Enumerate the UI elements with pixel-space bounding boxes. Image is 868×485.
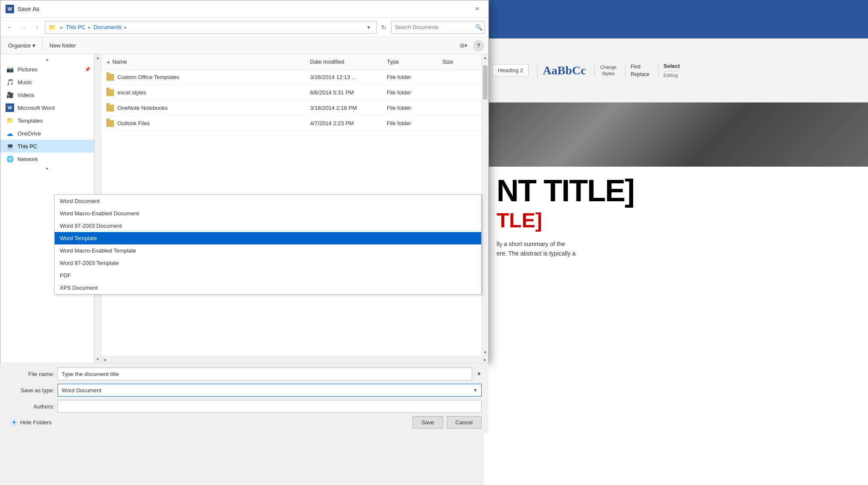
option-word-document[interactable]: Word Document [55, 195, 481, 207]
option-word-97-2003[interactable]: Word 97-2003 Document [55, 220, 481, 232]
word-icon: W [6, 5, 14, 13]
file-list-scrollbar[interactable]: ▲ ▼ [482, 54, 488, 356]
find-label[interactable]: Find [631, 64, 649, 70]
col-header-type[interactable]: Type [387, 59, 442, 65]
horiz-scroll-left[interactable]: ◄ [101, 356, 108, 363]
sidebar-item-network[interactable]: 🌐 Network [0, 153, 94, 165]
back-button[interactable]: ← [4, 21, 16, 33]
breadcrumb-sep3: ► [123, 25, 128, 30]
dialog-title: Save As [18, 6, 468, 12]
breadcrumb-thispc[interactable]: This PC [66, 24, 85, 30]
word-image-area [484, 103, 868, 167]
action-buttons: Save Cancel [412, 416, 482, 429]
authors-label: Authors: [7, 403, 54, 410]
horizontal-scrollbar[interactable]: ◄ ► [101, 356, 488, 363]
templates-icon: 📁 [6, 116, 14, 125]
toolbar-sep [42, 41, 43, 50]
file-row-2[interactable]: excel styles 6/6/2014 5:31 PM File folde… [101, 85, 482, 100]
file-name-3: OneNote Notebooks [117, 105, 168, 111]
sidebar-scroll-down-arrow[interactable]: ▼ [95, 356, 101, 363]
change-styles-btn[interactable]: Change Styles [600, 64, 617, 76]
file-cell-name-2: excel styles [106, 89, 310, 96]
onedrive-icon: ☁ [6, 129, 14, 138]
sidebar-item-this-pc[interactable]: 💻 This PC [0, 140, 94, 153]
search-button[interactable]: 🔍 [473, 21, 485, 33]
word-ribbon-bottom: Heading 2 AaBbCc Change Styles Find Repl… [484, 38, 868, 103]
filename-input[interactable] [58, 367, 472, 380]
col-header-name[interactable]: Name [112, 59, 310, 65]
breadcrumb-sep2: ► [87, 25, 92, 30]
save-as-dialog: W Save As × ← → ↑ 📁 ► This PC ► Document… [0, 0, 489, 363]
save-type-dropdown[interactable]: Word Document ▼ [58, 384, 482, 397]
file-date-4: 4/7/2014 2:23 PM [310, 120, 387, 126]
save-type-arrow: ▼ [473, 388, 478, 393]
word-subtitle-red: TLE] [497, 210, 855, 231]
organize-button[interactable]: Organize ▾ [5, 41, 39, 50]
file-type-4: File folder [387, 120, 442, 126]
file-type-1: File folder [387, 74, 442, 80]
editing-label: Editing [663, 71, 680, 78]
option-word-macro-enabled[interactable]: Word Macro-Enabled Document [55, 207, 481, 220]
breadcrumb-dropdown[interactable]: ▼ [365, 24, 373, 31]
breadcrumb: 📁 ► This PC ► Documents ► ▼ [45, 21, 377, 34]
option-word-97-2003-template[interactable]: Word 97-2003 Template [55, 257, 481, 269]
authors-row: Authors: [7, 400, 482, 413]
new-folder-button[interactable]: New folder [46, 41, 79, 50]
file-type-2: File folder [387, 89, 442, 96]
file-date-3: 3/18/2014 2:18 PM [310, 105, 387, 111]
hide-folders-icon: ▼ [11, 419, 18, 426]
save-type-value: Word Document [61, 387, 102, 394]
option-xps-document[interactable]: XPS Document [55, 282, 481, 294]
sidebar-item-onedrive[interactable]: ☁ OneDrive [0, 127, 94, 140]
sidebar-scroll-up-arrow[interactable]: ▲ [95, 54, 101, 61]
network-icon: 🌐 [6, 155, 14, 163]
folder-icon-1 [106, 74, 114, 81]
file-row-1[interactable]: Custom Office Templates 3/28/2014 12:13 … [101, 70, 482, 85]
sidebar-item-pictures[interactable]: 📷 Pictures 📌 [0, 63, 94, 76]
sidebar-item-videos[interactable]: 🎥 Videos [0, 88, 94, 101]
word-big-title: NT TITLE] [497, 175, 855, 206]
cancel-button[interactable]: Cancel [447, 416, 482, 429]
help-button[interactable]: ? [473, 40, 484, 51]
view-button[interactable]: ⊞ ▾ [458, 40, 470, 52]
sidebar-scroll-down[interactable]: ▼ [0, 165, 94, 172]
sidebar-item-templates[interactable]: 📁 Templates [0, 114, 94, 127]
scroll-up-arrow[interactable]: ▲ [482, 54, 488, 61]
search-input[interactable] [392, 24, 473, 30]
sidebar-item-music[interactable]: 🎵 Music [0, 76, 94, 88]
file-date-2: 6/6/2014 5:31 PM [310, 89, 387, 96]
filename-dropdown-arrow[interactable]: ▼ [476, 371, 482, 377]
file-row-4[interactable]: Outlook Files 4/7/2014 2:23 PM File fold… [101, 116, 482, 131]
file-name-4: Outlook Files [117, 120, 150, 126]
forward-button[interactable]: → [18, 21, 29, 33]
sidebar-item-microsoft-word[interactable]: W Microsoft Word [0, 101, 94, 114]
breadcrumb-documents[interactable]: Documents [94, 24, 122, 30]
option-word-macro-template[interactable]: Word Macro-Enabled Template [55, 244, 481, 257]
thispc-icon: 💻 [6, 142, 14, 150]
sidebar-scroll-up[interactable]: ▲ [0, 56, 94, 63]
sidebar-label-videos: Videos [18, 92, 35, 98]
option-word-template[interactable]: Word Template [55, 232, 481, 244]
col-header-date[interactable]: Date modified [310, 59, 387, 65]
replace-label[interactable]: Replace [631, 71, 649, 77]
scroll-down-arrow[interactable]: ▼ [482, 349, 488, 356]
heading2-style-box: Heading 2 [492, 64, 529, 76]
hide-folders-button[interactable]: ▼ Hide Folders [7, 417, 55, 428]
refresh-button[interactable]: ↻ [378, 22, 389, 33]
select-label[interactable]: Select [663, 63, 680, 69]
title-bar: W Save As × [0, 0, 488, 18]
authors-input[interactable] [58, 400, 482, 413]
option-pdf[interactable]: PDF [55, 269, 481, 282]
horiz-scroll-right[interactable]: ► [482, 356, 488, 363]
col-header-size[interactable]: Size [442, 59, 476, 65]
close-button[interactable]: × [471, 3, 483, 15]
scroll-thumb[interactable] [483, 65, 488, 100]
save-button[interactable]: Save [412, 416, 443, 429]
up-button[interactable]: ↑ [31, 21, 43, 33]
hide-folders-label: Hide Folders [20, 419, 52, 426]
file-row-3[interactable]: OneNote Notebooks 3/18/2014 2:18 PM File… [101, 100, 482, 116]
folder-icon-3 [106, 105, 114, 112]
save-type-label: Save as type: [7, 387, 54, 394]
file-cell-name-1: Custom Office Templates [106, 74, 310, 81]
sidebar-label-network: Network [18, 156, 38, 162]
